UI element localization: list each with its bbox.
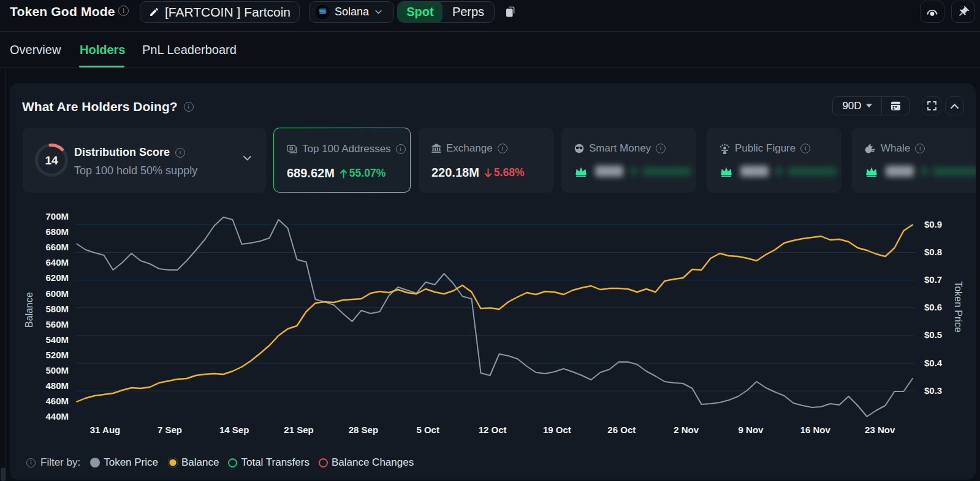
svg-text:14: 14	[45, 154, 58, 167]
